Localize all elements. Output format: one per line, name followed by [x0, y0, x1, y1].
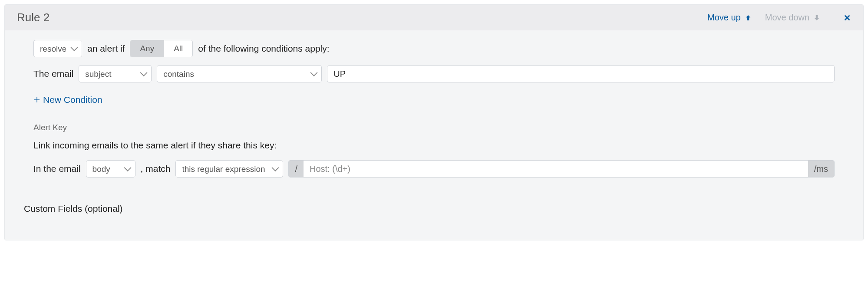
delete-rule-button[interactable] [843, 14, 851, 22]
arrow-down-icon [813, 14, 821, 22]
any-button[interactable]: Any [130, 40, 164, 57]
regex-prefix-addon: / [288, 160, 304, 178]
rule-title: Rule 2 [17, 11, 50, 24]
match-label: , match [141, 164, 171, 174]
alert-key-part-select[interactable]: body [86, 160, 135, 178]
regex-input[interactable] [304, 160, 808, 178]
new-condition-label: New Condition [43, 95, 102, 105]
condition-value-input[interactable] [327, 65, 835, 82]
condition-label: The email [33, 69, 73, 79]
alert-key-title: Alert Key [33, 123, 835, 132]
plus-icon [33, 96, 40, 103]
move-down-button[interactable]: Move down [765, 13, 821, 23]
alert-key-description: Link incoming emails to the same alert i… [33, 140, 835, 151]
condition-field-select[interactable]: subject [79, 65, 152, 82]
in-email-label: In the email [33, 164, 81, 174]
any-all-toggle: Any All [130, 40, 193, 57]
alert-key-row: In the email body , match this regular e… [33, 160, 835, 178]
close-icon [843, 14, 851, 22]
all-button[interactable]: All [164, 40, 192, 57]
action-sentence-row: resolve an alert if Any All of the follo… [33, 40, 835, 57]
move-up-button[interactable]: Move up [707, 13, 752, 23]
custom-fields-label: Custom Fields (optional) [24, 204, 835, 214]
sentence-text-conditions-apply: of the following conditions apply: [198, 43, 329, 54]
move-up-label: Move up [707, 13, 741, 23]
arrow-up-icon [744, 14, 752, 22]
new-condition-button[interactable]: New Condition [33, 95, 102, 105]
sentence-text: an alert if [87, 43, 125, 54]
regex-input-group: / /ms [288, 160, 835, 178]
regex-suffix-addon: /ms [808, 160, 835, 178]
move-down-label: Move down [765, 13, 809, 23]
condition-operator-select[interactable]: contains [157, 65, 322, 82]
condition-row: The email subject contains [33, 65, 835, 82]
rule-header: Rule 2 Move up Move down [5, 5, 863, 30]
rule-panel: Rule 2 Move up Move down resolve an aler… [4, 4, 864, 240]
action-select[interactable]: resolve [33, 40, 82, 57]
alert-key-mode-select[interactable]: this regular expression [175, 160, 283, 178]
rule-body: resolve an alert if Any All of the follo… [5, 30, 863, 240]
